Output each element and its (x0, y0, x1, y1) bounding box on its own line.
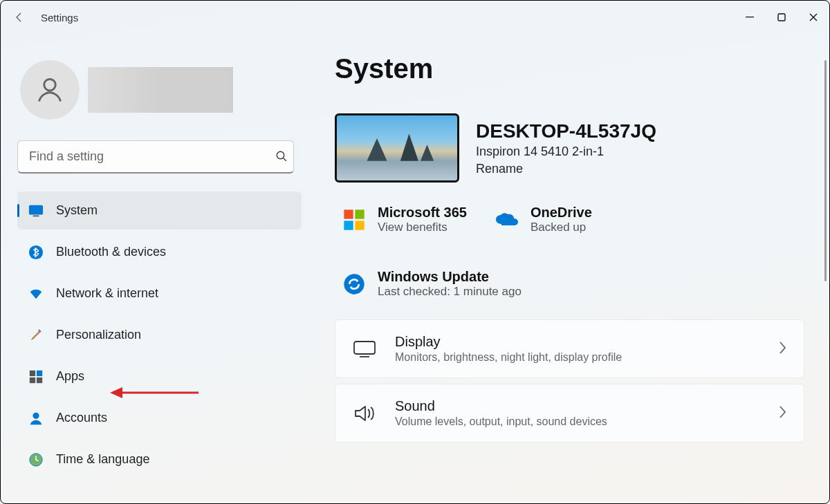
microsoft-365-link[interactable]: Microsoft 365 View benefits (342, 205, 467, 234)
search-icon (275, 150, 288, 165)
status-subtitle: Last checked: 1 minute ago (378, 285, 522, 299)
avatar (20, 60, 80, 120)
svg-rect-20 (344, 221, 353, 230)
device-model: Inspiron 14 5410 2-in-1 (476, 144, 656, 159)
card-subtitle: Volume levels, output, input, sound devi… (395, 416, 759, 428)
svg-rect-8 (30, 370, 35, 375)
svg-marker-16 (400, 133, 418, 160)
card-title: Sound (395, 398, 759, 414)
svg-rect-11 (37, 377, 42, 382)
svg-point-12 (33, 412, 39, 418)
title-bar: Settings (1, 1, 829, 34)
onedrive-icon (495, 207, 519, 232)
maximize-button[interactable] (766, 3, 797, 31)
svg-rect-23 (354, 342, 375, 354)
svg-rect-5 (33, 215, 39, 216)
nav-label: System (56, 203, 98, 218)
onedrive-link[interactable]: OneDrive Backed up (495, 205, 592, 234)
sidebar: System Bluetooth & devices Network & int… (9, 34, 310, 503)
device-thumbnail[interactable] (335, 113, 459, 183)
svg-point-6 (29, 245, 43, 259)
svg-rect-4 (29, 205, 43, 214)
search-input[interactable] (17, 140, 294, 174)
apps-icon (28, 369, 44, 384)
svg-marker-15 (367, 138, 387, 161)
status-subtitle: Backed up (531, 221, 592, 234)
settings-card-display[interactable]: Display Monitors, brightness, night ligh… (335, 319, 804, 378)
svg-point-3 (277, 151, 284, 159)
nav-item-system[interactable]: System (17, 192, 302, 230)
nav-item-network[interactable]: Network & internet (17, 274, 302, 312)
nav-label: Personalization (56, 328, 141, 342)
windows-update-link[interactable]: Windows Update Last checked: 1 minute ag… (342, 269, 804, 299)
profile-name-placeholder (88, 67, 233, 113)
svg-rect-21 (355, 221, 364, 230)
back-button[interactable] (12, 10, 26, 24)
profile-block[interactable] (17, 60, 302, 120)
close-button[interactable] (797, 3, 829, 31)
minimize-button[interactable] (734, 3, 766, 31)
svg-rect-0 (746, 17, 754, 17)
nav-item-bluetooth[interactable]: Bluetooth & devices (17, 233, 302, 271)
chevron-right-icon (777, 404, 787, 422)
content-pane: System DESKTOP-4L537JQ Inspiron 14 5410 … (310, 34, 821, 503)
system-icon (28, 203, 44, 218)
nav-label: Accounts (56, 411, 107, 425)
nav-item-time-language[interactable]: Time & language (17, 440, 302, 478)
nav-label: Bluetooth & devices (56, 245, 166, 259)
status-title: Microsoft 365 (378, 205, 467, 221)
svg-marker-17 (421, 144, 434, 161)
clock-globe-icon (28, 452, 44, 467)
app-title: Settings (41, 12, 78, 24)
svg-point-22 (344, 274, 364, 294)
nav-label: Network & internet (56, 286, 158, 301)
nav-item-personalization[interactable]: Personalization (17, 316, 302, 354)
nav-label: Apps (56, 369, 84, 384)
windows-update-icon (342, 272, 367, 297)
device-info: DESKTOP-4L537JQ Inspiron 14 5410 2-in-1 … (335, 113, 804, 183)
svg-rect-19 (355, 209, 364, 218)
chevron-right-icon (777, 340, 787, 358)
status-subtitle: View benefits (378, 221, 467, 234)
sound-icon (352, 401, 377, 426)
card-title: Display (395, 334, 759, 350)
svg-point-2 (44, 79, 56, 91)
nav-item-accounts[interactable]: Accounts (17, 399, 302, 437)
display-icon (352, 337, 377, 362)
paintbrush-icon (28, 328, 44, 343)
wifi-icon (28, 286, 44, 301)
svg-rect-18 (344, 209, 353, 218)
bluetooth-icon (28, 245, 44, 260)
svg-rect-10 (30, 377, 35, 382)
svg-rect-9 (37, 370, 42, 375)
microsoft-365-icon (342, 207, 367, 232)
svg-rect-1 (778, 14, 785, 21)
settings-card-sound[interactable]: Sound Volume levels, output, input, soun… (335, 384, 804, 442)
device-name: DESKTOP-4L537JQ (476, 120, 656, 143)
scrollbar-thumb[interactable] (824, 60, 827, 281)
nav-item-apps[interactable]: Apps (17, 357, 302, 395)
rename-link[interactable]: Rename (476, 162, 523, 176)
status-title: Windows Update (378, 269, 522, 285)
page-title: System (335, 53, 804, 84)
card-subtitle: Monitors, brightness, night light, displ… (395, 351, 759, 364)
nav-label: Time & language (56, 452, 149, 467)
status-title: OneDrive (531, 205, 592, 221)
accounts-icon (28, 411, 44, 426)
